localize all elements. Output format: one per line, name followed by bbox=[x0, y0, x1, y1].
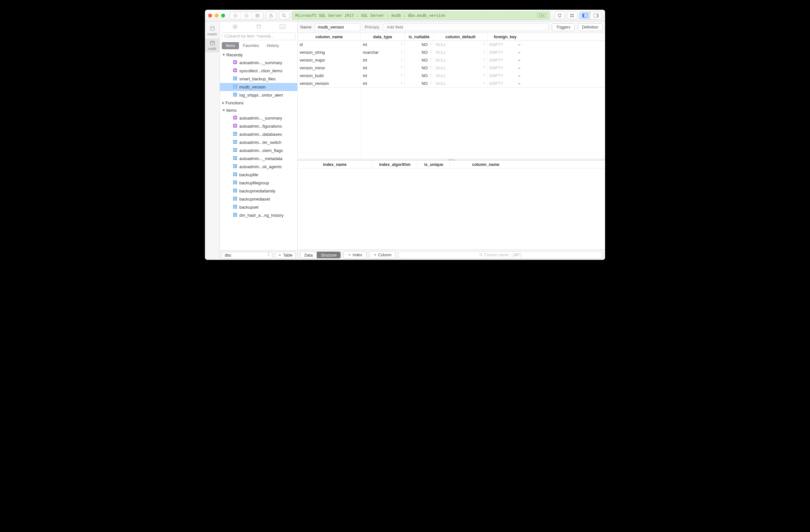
cell-data-type[interactable]: nvarchar˄˅ bbox=[361, 49, 405, 56]
sidebar-tree[interactable]: Recently autoadmin..._summarysyscollect.… bbox=[220, 51, 297, 250]
triggers-button[interactable]: Triggers bbox=[552, 23, 574, 31]
items-item[interactable]: autoadmin..._metadata bbox=[220, 154, 297, 163]
column-row[interactable]: version_buildint˄˅NO˄˅NULL˄˅EMPTY→ bbox=[298, 72, 605, 80]
cell-column-name[interactable]: version_minor bbox=[298, 64, 361, 72]
items-item[interactable]: backupfilegroup bbox=[220, 179, 297, 187]
cell-column-name[interactable]: id bbox=[298, 41, 361, 49]
items-item[interactable]: backupmediaset bbox=[220, 195, 297, 203]
cell-data-type[interactable]: int˄˅ bbox=[361, 80, 405, 87]
cell-column-default[interactable]: NULL˄˅ bbox=[434, 72, 487, 80]
column-row[interactable]: version_minorint˄˅NO˄˅NULL˄˅EMPTY→ bbox=[298, 64, 605, 72]
refresh-icon[interactable] bbox=[554, 12, 565, 19]
items-item[interactable]: autoadmin...databases bbox=[220, 130, 297, 138]
zoom-window-button[interactable] bbox=[221, 14, 225, 17]
view-data-button[interactable]: Data bbox=[301, 252, 317, 258]
cell-foreign-key[interactable]: EMPTY→ bbox=[487, 64, 523, 72]
cancel-icon[interactable] bbox=[230, 12, 241, 19]
db-rail-msdb[interactable]: msdb bbox=[205, 38, 220, 52]
cell-foreign-key[interactable]: EMPTY→ bbox=[487, 41, 523, 49]
breadcrumb[interactable]: Microsoft SQL Server 2017 : SQL Server :… bbox=[292, 11, 550, 20]
items-item[interactable]: dm_hadr_a...ng_history bbox=[220, 211, 297, 219]
minimize-window-button[interactable] bbox=[215, 14, 218, 17]
grid-icon[interactable] bbox=[567, 12, 577, 19]
cell-foreign-key[interactable]: EMPTY→ bbox=[487, 49, 523, 56]
cell-is-nullable[interactable]: NO˄˅ bbox=[405, 64, 434, 72]
plug-icon[interactable] bbox=[232, 24, 238, 31]
add-column-button[interactable]: ＋ Column bbox=[369, 251, 396, 259]
add-table-button[interactable]: ＋ Table bbox=[275, 252, 295, 259]
group-functions[interactable]: Functions bbox=[220, 99, 297, 106]
header-data-type[interactable]: data_type bbox=[361, 33, 405, 41]
group-recently[interactable]: Recently bbox=[220, 51, 297, 59]
tab-history[interactable]: History bbox=[263, 42, 283, 49]
recently-item[interactable]: smart_backup_files bbox=[220, 75, 297, 83]
tab-favorites[interactable]: Favorites bbox=[239, 42, 263, 49]
cell-column-name[interactable]: version_string bbox=[298, 49, 361, 56]
lock-icon[interactable] bbox=[266, 12, 276, 19]
header-is-nullable[interactable]: is_nullable bbox=[405, 33, 434, 41]
recently-item[interactable]: log_shippi...onitor_alert bbox=[220, 91, 297, 99]
add-index-button[interactable]: ＋ Index bbox=[343, 251, 367, 259]
column-filter-input[interactable]: Column name... (⌘F) bbox=[398, 251, 602, 259]
cell-foreign-key[interactable]: EMPTY→ bbox=[487, 72, 523, 80]
database-icon[interactable] bbox=[256, 24, 262, 31]
right-panel-toggle[interactable] bbox=[590, 12, 601, 19]
sidebar-search[interactable] bbox=[222, 32, 295, 40]
search-icon[interactable] bbox=[279, 12, 289, 19]
cell-is-nullable[interactable]: NO˄˅ bbox=[405, 41, 434, 49]
close-window-button[interactable] bbox=[208, 14, 212, 17]
cell-data-type[interactable]: int˄˅ bbox=[361, 41, 405, 49]
cell-data-type[interactable]: int˄˅ bbox=[361, 64, 405, 72]
definition-button[interactable]: Definition bbox=[578, 23, 602, 31]
group-items[interactable]: Items bbox=[220, 106, 297, 114]
cell-is-nullable[interactable]: NO˄˅ bbox=[405, 80, 434, 87]
items-item[interactable]: backupset bbox=[220, 203, 297, 211]
header-column-name[interactable]: column_name bbox=[298, 33, 361, 41]
cell-column-default[interactable]: NULL˄˅ bbox=[434, 56, 487, 64]
cell-foreign-key[interactable]: EMPTY→ bbox=[487, 80, 523, 87]
column-row[interactable]: version_stringnvarchar˄˅NO˄˅NULL˄˅EMPTY→ bbox=[298, 49, 605, 56]
add-field-input[interactable] bbox=[384, 23, 549, 31]
header-index-name[interactable]: index_name bbox=[298, 161, 372, 168]
header-index-algorithm[interactable]: index_algorithm bbox=[372, 161, 418, 168]
cell-column-default[interactable]: NULL˄˅ bbox=[434, 49, 487, 56]
items-item[interactable]: autoadmin...stem_flags bbox=[220, 147, 297, 154]
cell-column-name[interactable]: version_major bbox=[298, 56, 361, 64]
view-structure-button[interactable]: Structure bbox=[317, 252, 340, 258]
eye-icon[interactable] bbox=[241, 12, 252, 19]
column-row[interactable]: idint˄˅NO˄˅NULL˄˅EMPTY→ bbox=[298, 41, 605, 49]
header-is-unique[interactable]: is_unique bbox=[418, 161, 450, 168]
cell-data-type[interactable]: int˄˅ bbox=[361, 56, 405, 64]
cell-column-default[interactable]: NULL˄˅ bbox=[434, 80, 487, 87]
header-foreign-key[interactable]: foreign_key bbox=[487, 33, 523, 41]
recently-item[interactable]: syscollect...ction_items bbox=[220, 67, 297, 75]
recently-item[interactable]: msdb_version bbox=[220, 83, 297, 91]
items-item[interactable]: autoadmin...sk_agents bbox=[220, 163, 297, 171]
cell-is-nullable[interactable]: NO˄˅ bbox=[405, 72, 434, 80]
cell-column-default[interactable]: NULL˄˅ bbox=[434, 41, 487, 49]
list-icon[interactable] bbox=[252, 12, 263, 19]
column-row[interactable]: version_revisionint˄˅NO˄˅NULL˄˅EMPTY→ bbox=[298, 80, 605, 87]
indexes-blank-area[interactable] bbox=[298, 168, 605, 249]
items-item[interactable]: backupmediafamily bbox=[220, 187, 297, 195]
items-item[interactable]: autoadmin...figurations bbox=[220, 122, 297, 130]
cell-foreign-key[interactable]: EMPTY→ bbox=[487, 56, 523, 64]
cell-column-name[interactable]: version_build bbox=[298, 72, 361, 80]
cell-column-name[interactable]: version_revision bbox=[298, 80, 361, 87]
cell-column-default[interactable]: NULL˄˅ bbox=[434, 64, 487, 72]
schema-select[interactable]: dbo ˄˅ bbox=[222, 252, 272, 259]
header-index-column[interactable]: column_name bbox=[450, 161, 521, 168]
columns-blank-area[interactable] bbox=[298, 88, 605, 159]
table-name-input[interactable] bbox=[315, 23, 360, 31]
cell-data-type[interactable]: int˄˅ bbox=[361, 72, 405, 80]
sidebar-search-input[interactable] bbox=[228, 34, 293, 38]
items-item[interactable]: autoadmin..._summary bbox=[220, 114, 297, 122]
tab-items[interactable]: Items bbox=[222, 42, 239, 49]
header-column-default[interactable]: column_default bbox=[434, 33, 487, 41]
items-item[interactable]: autoadmin...ter_switch bbox=[220, 138, 297, 147]
cell-is-nullable[interactable]: NO˄˅ bbox=[405, 56, 434, 64]
recently-item[interactable]: autoadmin..._summary bbox=[220, 59, 297, 67]
db-rail-master[interactable]: master bbox=[205, 24, 220, 38]
cell-is-nullable[interactable]: NO˄˅ bbox=[405, 49, 434, 56]
items-item[interactable]: backupfile bbox=[220, 171, 297, 179]
